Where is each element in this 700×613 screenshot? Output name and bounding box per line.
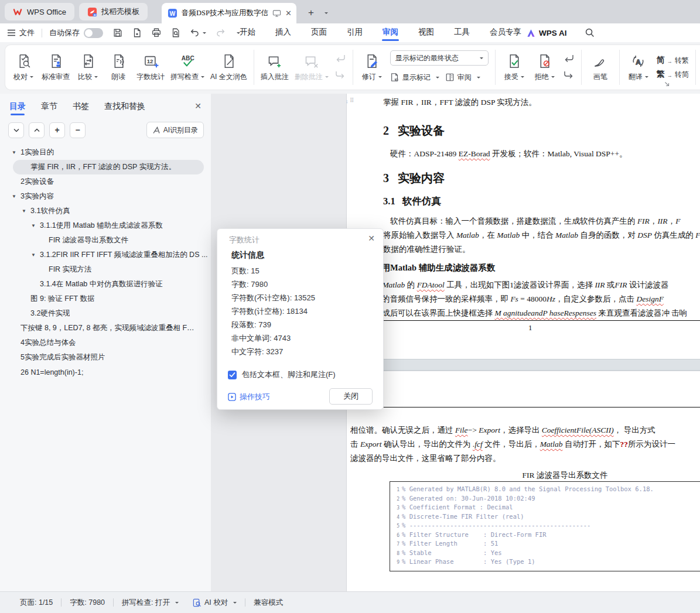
collapse-arrow-icon[interactable]: ▼	[31, 223, 40, 228]
undo-button[interactable]	[190, 28, 206, 38]
collapse-all-button[interactable]	[29, 122, 45, 138]
heading-level-marker[interactable]: H3⠿	[347, 96, 353, 105]
menu-tab-审阅[interactable]: 审阅	[373, 23, 408, 42]
toc-item[interactable]: 26 N1=length(in)-1;	[0, 365, 211, 379]
drag-handle-icon[interactable]: ⠿	[350, 97, 353, 104]
insert-comment-button[interactable]: 插入批注	[258, 53, 291, 82]
save-button[interactable]	[112, 28, 123, 38]
close-tab-icon[interactable]: ✕	[285, 9, 292, 18]
show-markup-button[interactable]: 显示标记	[390, 70, 439, 84]
tab-bookmarks[interactable]: 书签	[73, 94, 89, 118]
traditional-to-simplified-button[interactable]: 繁→ 转简	[657, 69, 689, 80]
ai-recognize-toc-button[interactable]: AI识别目录	[146, 122, 204, 138]
word-count-button[interactable]: 12 字数统计	[134, 53, 167, 82]
markup-state-select[interactable]: 显示标记的最终状态	[390, 50, 489, 66]
toc-item[interactable]: 5实验完成后实验器材照片	[0, 350, 211, 365]
menu-tab-视图[interactable]: 视图	[408, 23, 444, 42]
delete-comment-button[interactable]: 删除批注	[292, 53, 331, 82]
export-pdf-button[interactable]	[132, 28, 142, 38]
simplified-to-traditional-button[interactable]: 简→ 转繁	[657, 55, 689, 66]
read-aloud-button[interactable]: 朗读	[104, 53, 133, 82]
menu-tab-工具[interactable]: 工具	[444, 23, 480, 42]
tips-link[interactable]: 操作技巧	[228, 392, 270, 402]
menu-tab-页面[interactable]: 页面	[301, 23, 337, 42]
toc-item[interactable]: FIR 滤波器导出系数文件	[0, 233, 211, 248]
status-ai-proofread[interactable]: AI 校对	[193, 598, 237, 608]
stats-list: 页数: 15字数: 7980字符数(不计空格): 13525字符数(计空格): …	[231, 264, 315, 358]
search-button[interactable]	[585, 28, 595, 37]
page-1[interactable]: H3⠿ 掌握 FIR，IIR，FFT 滤波的 DSP 实现方法。2实验设备硬件：…	[347, 94, 700, 359]
accept-revision-button[interactable]: 接受	[500, 53, 529, 82]
toc-item[interactable]: ▼3.1.2FIR IIR FFT IFFT 频域滤波重叠相加法的 DS ...	[0, 248, 211, 262]
translate-button[interactable]: A 翻译	[624, 53, 653, 82]
toc-item[interactable]: 3.2硬件实现	[0, 306, 211, 321]
status-page-indicator[interactable]: 页面: 1/15	[20, 598, 53, 608]
previous-comment-button[interactable]	[334, 53, 347, 65]
print-button[interactable]	[151, 28, 162, 38]
menu-tab-引用[interactable]: 引用	[337, 23, 373, 42]
review-pane-button[interactable]: 审阅	[445, 70, 480, 84]
toc-item[interactable]: 3.1.4在 Matlab 中对仿真数据进行验证	[0, 277, 211, 292]
group-expand-icon[interactable]	[664, 81, 670, 87]
toc-item[interactable]: 图 9: 验证 FFT 数据	[0, 292, 211, 306]
collapse-arrow-icon[interactable]: ▼	[31, 252, 40, 258]
status-spell-check[interactable]: 拼写检查: 打开	[122, 598, 179, 608]
compare-button[interactable]: 比较	[73, 53, 103, 82]
spell-check-button[interactable]: ABC 拼写检查	[168, 53, 207, 82]
toc-item[interactable]: 掌握 FIR，IIR，FFT 滤波的 DSP 实现方法。	[0, 160, 211, 174]
close-sidebar-icon[interactable]: ✕	[194, 101, 202, 111]
ai-polish-button[interactable]: AI 全文润色	[208, 53, 250, 82]
toc-item[interactable]: ▼3实验内容	[0, 189, 211, 204]
next-comment-button[interactable]	[334, 70, 347, 81]
previous-revision-button[interactable]	[562, 53, 575, 65]
track-changes-button[interactable]: 修订	[357, 53, 387, 82]
ink-pen-button[interactable]: 画笔	[586, 53, 615, 82]
toc-item[interactable]: ▼1实验目的	[0, 145, 211, 160]
doc-paragraph: 打开 Matlab 的 FDAtool 工具，出现如下图1滤波器设计界面，选择 …	[347, 278, 700, 320]
zoom-out-level-button[interactable]: −	[70, 122, 86, 138]
expand-all-button[interactable]	[8, 122, 24, 138]
code-line-text: % Linear Phase : Yes (Type 1)	[402, 558, 535, 565]
toc-item[interactable]: FIR 实现方法	[0, 262, 211, 277]
status-word-count[interactable]: 字数: 7980	[70, 598, 105, 608]
wps-ai-button[interactable]: WPS AI	[526, 23, 567, 42]
toc-item[interactable]: 4实验总结与体会	[0, 335, 211, 350]
autosave-toggle[interactable]	[84, 28, 103, 38]
toc-item[interactable]: 下按键 8, 9，LED7, 8 都亮，实现频域滤波重叠相 FIR ...	[0, 321, 211, 335]
include-textbox-checkbox[interactable]: 包括文本框、脚注和尾注(F)	[228, 369, 336, 380]
new-tab-button[interactable]: +	[308, 7, 314, 19]
collapse-arrow-icon[interactable]: ▼	[22, 208, 30, 214]
checkbox-checked-icon[interactable]	[228, 371, 237, 379]
tab-docer-templates[interactable]: AI 找稻壳模板	[79, 3, 148, 20]
close-button[interactable]: 关闭	[329, 388, 373, 405]
status-compat-mode[interactable]: 兼容模式	[254, 598, 283, 608]
menu-tab-会员专享[interactable]: 会员专享	[480, 23, 531, 42]
compare-icon	[80, 53, 96, 69]
tab-list-chevron-icon[interactable]	[322, 9, 328, 18]
reject-revision-button[interactable]: 拒绝	[530, 53, 559, 82]
page-2[interactable]: 相位谱。确认无误之后，通过 File−> Export，选择导出 Coeffic…	[347, 371, 700, 591]
tab-find-replace[interactable]: 查找和替换	[104, 94, 145, 118]
collapse-arrow-icon[interactable]: ▼	[12, 150, 21, 155]
print-preview-button[interactable]	[170, 28, 181, 38]
toc-item[interactable]: ▼3.1软件仿真	[0, 204, 211, 218]
next-revision-button[interactable]	[562, 70, 575, 81]
close-dialog-icon[interactable]: ✕	[368, 234, 375, 243]
standard-review-icon	[48, 53, 64, 69]
toc-item[interactable]: ▼3.1.1使用 Matlab 辅助生成滤波器系数	[0, 218, 211, 233]
tab-chapters[interactable]: 章节	[41, 94, 57, 118]
menu-tab-开始[interactable]: 开始	[230, 23, 265, 42]
redo-button[interactable]	[215, 28, 226, 38]
standard-review-button[interactable]: 标准审查	[39, 53, 72, 82]
tab-document-active[interactable]: W 音频DSP技术与应用数字信号 ✕	[162, 3, 296, 23]
doc-paragraph-line: 滤波器的导出文件，这里省略了部分内容。	[350, 451, 700, 465]
file-menu-button[interactable]: 文件	[7, 28, 35, 38]
menu-tab-插入[interactable]: 插入	[265, 23, 301, 42]
tab-wps-office[interactable]: WPS Office	[5, 3, 74, 20]
collapse-arrow-icon[interactable]: ▼	[12, 194, 21, 199]
tab-contents[interactable]: 目录	[9, 94, 26, 118]
zoom-in-level-button[interactable]: +	[49, 122, 65, 138]
toc-item[interactable]: 2实验设备	[0, 174, 211, 189]
proofread-button[interactable]: 校对	[9, 53, 38, 82]
present-screen-icon[interactable]	[272, 9, 281, 18]
